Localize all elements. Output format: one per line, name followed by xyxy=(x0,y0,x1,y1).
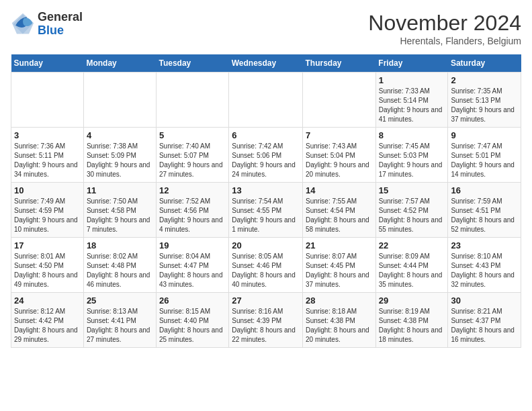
day-number: 10 xyxy=(14,185,81,195)
day-number: 24 xyxy=(14,295,81,306)
day-cell: 2Sunrise: 7:35 AM Sunset: 5:13 PM Daylig… xyxy=(448,73,521,128)
day-cell: 16Sunrise: 7:59 AM Sunset: 4:51 PM Dayli… xyxy=(448,183,521,238)
day-info: Sunrise: 7:43 AM Sunset: 5:04 PM Dayligh… xyxy=(306,142,373,179)
day-info: Sunrise: 7:54 AM Sunset: 4:55 PM Dayligh… xyxy=(232,197,300,234)
day-cell: 6Sunrise: 7:42 AM Sunset: 5:06 PM Daylig… xyxy=(229,128,303,183)
day-info: Sunrise: 8:16 AM Sunset: 4:39 PM Dayligh… xyxy=(232,307,300,345)
day-number: 9 xyxy=(451,130,518,140)
week-row-1: 1Sunrise: 7:33 AM Sunset: 5:14 PM Daylig… xyxy=(11,73,521,128)
weekday-header-saturday: Saturday xyxy=(448,54,521,73)
day-number: 1 xyxy=(379,75,445,85)
day-number: 15 xyxy=(379,185,445,195)
day-cell: 29Sunrise: 8:19 AM Sunset: 4:38 PM Dayli… xyxy=(375,293,448,348)
weekday-header-tuesday: Tuesday xyxy=(156,54,228,73)
day-cell: 24Sunrise: 8:12 AM Sunset: 4:42 PM Dayli… xyxy=(11,293,84,348)
day-number: 30 xyxy=(451,295,518,306)
day-cell: 28Sunrise: 8:18 AM Sunset: 4:38 PM Dayli… xyxy=(303,293,376,348)
day-cell: 15Sunrise: 7:57 AM Sunset: 4:52 PM Dayli… xyxy=(375,183,448,238)
day-number: 16 xyxy=(451,185,518,195)
day-cell: 8Sunrise: 7:45 AM Sunset: 5:03 PM Daylig… xyxy=(375,128,448,183)
day-cell xyxy=(303,73,376,128)
day-number: 23 xyxy=(451,240,518,250)
day-number: 14 xyxy=(306,185,373,195)
day-number: 19 xyxy=(159,240,226,250)
day-number: 20 xyxy=(232,240,300,250)
day-info: Sunrise: 8:01 AM Sunset: 4:50 PM Dayligh… xyxy=(14,252,81,289)
day-cell: 27Sunrise: 8:16 AM Sunset: 4:39 PM Dayli… xyxy=(229,293,303,348)
day-cell: 7Sunrise: 7:43 AM Sunset: 5:04 PM Daylig… xyxy=(303,128,376,183)
weekday-header-row: SundayMondayTuesdayWednesdayThursdayFrid… xyxy=(11,54,521,73)
day-number: 21 xyxy=(306,240,373,250)
day-info: Sunrise: 7:36 AM Sunset: 5:11 PM Dayligh… xyxy=(14,142,81,179)
day-info: Sunrise: 7:55 AM Sunset: 4:54 PM Dayligh… xyxy=(306,197,373,234)
day-cell: 14Sunrise: 7:55 AM Sunset: 4:54 PM Dayli… xyxy=(303,183,376,238)
day-cell: 17Sunrise: 8:01 AM Sunset: 4:50 PM Dayli… xyxy=(11,238,84,293)
logo: General Blue xyxy=(11,11,83,38)
day-cell: 18Sunrise: 8:02 AM Sunset: 4:48 PM Dayli… xyxy=(83,238,156,293)
day-info: Sunrise: 8:10 AM Sunset: 4:43 PM Dayligh… xyxy=(451,252,518,289)
day-number: 13 xyxy=(232,185,300,195)
day-info: Sunrise: 7:47 AM Sunset: 5:01 PM Dayligh… xyxy=(451,142,518,179)
day-cell: 21Sunrise: 8:07 AM Sunset: 4:45 PM Dayli… xyxy=(303,238,376,293)
weekday-header-sunday: Sunday xyxy=(11,54,84,73)
day-cell: 11Sunrise: 7:50 AM Sunset: 4:58 PM Dayli… xyxy=(83,183,156,238)
day-number: 27 xyxy=(232,295,300,306)
day-cell xyxy=(156,73,228,128)
day-number: 5 xyxy=(159,130,226,140)
day-info: Sunrise: 7:35 AM Sunset: 5:13 PM Dayligh… xyxy=(451,87,518,124)
day-info: Sunrise: 8:04 AM Sunset: 4:47 PM Dayligh… xyxy=(159,252,226,289)
day-cell: 26Sunrise: 8:15 AM Sunset: 4:40 PM Dayli… xyxy=(156,293,228,348)
day-cell: 23Sunrise: 8:10 AM Sunset: 4:43 PM Dayli… xyxy=(448,238,521,293)
day-number: 12 xyxy=(159,185,226,195)
day-number: 2 xyxy=(451,75,518,85)
day-info: Sunrise: 8:13 AM Sunset: 4:41 PM Dayligh… xyxy=(87,307,153,345)
day-number: 7 xyxy=(306,130,373,140)
day-cell: 22Sunrise: 8:09 AM Sunset: 4:44 PM Dayli… xyxy=(375,238,448,293)
day-info: Sunrise: 8:12 AM Sunset: 4:42 PM Dayligh… xyxy=(14,307,81,345)
day-info: Sunrise: 8:07 AM Sunset: 4:45 PM Dayligh… xyxy=(306,252,373,289)
day-number: 11 xyxy=(87,185,153,195)
day-number: 17 xyxy=(14,240,81,250)
page-header: General Blue November 2024 Herentals, Fl… xyxy=(11,11,521,46)
day-info: Sunrise: 7:49 AM Sunset: 4:59 PM Dayligh… xyxy=(14,197,81,234)
day-info: Sunrise: 7:57 AM Sunset: 4:52 PM Dayligh… xyxy=(379,197,445,234)
calendar-table: SundayMondayTuesdayWednesdayThursdayFrid… xyxy=(11,54,521,348)
day-number: 18 xyxy=(87,240,153,250)
weekday-header-thursday: Thursday xyxy=(303,54,376,73)
day-cell xyxy=(11,73,84,128)
day-info: Sunrise: 8:19 AM Sunset: 4:38 PM Dayligh… xyxy=(379,307,445,345)
day-cell: 4Sunrise: 7:38 AM Sunset: 5:09 PM Daylig… xyxy=(83,128,156,183)
day-cell: 9Sunrise: 7:47 AM Sunset: 5:01 PM Daylig… xyxy=(448,128,521,183)
day-info: Sunrise: 7:45 AM Sunset: 5:03 PM Dayligh… xyxy=(379,142,445,179)
day-info: Sunrise: 7:50 AM Sunset: 4:58 PM Dayligh… xyxy=(87,197,153,234)
location: Herentals, Flanders, Belgium xyxy=(368,36,521,46)
day-info: Sunrise: 7:42 AM Sunset: 5:06 PM Dayligh… xyxy=(232,142,300,179)
day-cell: 19Sunrise: 8:04 AM Sunset: 4:47 PM Dayli… xyxy=(156,238,228,293)
day-cell: 30Sunrise: 8:21 AM Sunset: 4:37 PM Dayli… xyxy=(448,293,521,348)
day-number: 22 xyxy=(379,240,445,250)
week-row-2: 3Sunrise: 7:36 AM Sunset: 5:11 PM Daylig… xyxy=(11,128,521,183)
day-info: Sunrise: 7:40 AM Sunset: 5:07 PM Dayligh… xyxy=(159,142,226,179)
weekday-header-monday: Monday xyxy=(83,54,156,73)
day-number: 29 xyxy=(379,295,445,306)
day-info: Sunrise: 8:05 AM Sunset: 4:46 PM Dayligh… xyxy=(232,252,300,289)
day-cell: 20Sunrise: 8:05 AM Sunset: 4:46 PM Dayli… xyxy=(229,238,303,293)
day-cell: 12Sunrise: 7:52 AM Sunset: 4:56 PM Dayli… xyxy=(156,183,228,238)
day-cell: 25Sunrise: 8:13 AM Sunset: 4:41 PM Dayli… xyxy=(83,293,156,348)
logo-icon xyxy=(11,12,35,36)
day-number: 8 xyxy=(379,130,445,140)
day-info: Sunrise: 7:38 AM Sunset: 5:09 PM Dayligh… xyxy=(87,142,153,179)
week-row-3: 10Sunrise: 7:49 AM Sunset: 4:59 PM Dayli… xyxy=(11,183,521,238)
weekday-header-wednesday: Wednesday xyxy=(229,54,303,73)
day-number: 6 xyxy=(232,130,300,140)
day-cell xyxy=(83,73,156,128)
logo-text: General Blue xyxy=(38,11,83,38)
day-info: Sunrise: 8:15 AM Sunset: 4:40 PM Dayligh… xyxy=(159,307,226,345)
day-number: 28 xyxy=(306,295,373,306)
day-number: 26 xyxy=(159,295,226,306)
day-info: Sunrise: 8:02 AM Sunset: 4:48 PM Dayligh… xyxy=(87,252,153,289)
day-number: 4 xyxy=(87,130,153,140)
day-cell: 5Sunrise: 7:40 AM Sunset: 5:07 PM Daylig… xyxy=(156,128,228,183)
day-cell: 3Sunrise: 7:36 AM Sunset: 5:11 PM Daylig… xyxy=(11,128,84,183)
weekday-header-friday: Friday xyxy=(375,54,448,73)
